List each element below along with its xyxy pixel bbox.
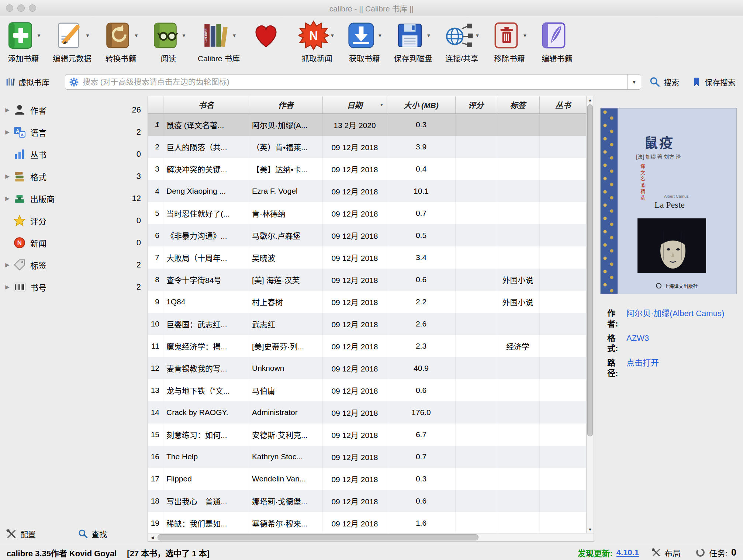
book-row[interactable]: 18 写出我心 普通... 娜塔莉·戈德堡... 09 12月 2018 0.6 xyxy=(148,490,586,512)
column-header-author[interactable]: 作者 xyxy=(249,96,323,113)
zoom-window-button[interactable] xyxy=(29,4,36,12)
book-row[interactable]: 1 鼠疫 (译文名著... 阿尔贝·加缪(A... 13 2月 2020 0.3 xyxy=(148,114,586,136)
book-row[interactable]: 19 稀缺：我们是如... 塞德希尔·穆来... 09 12月 2018 1.6 xyxy=(148,512,586,534)
book-row[interactable]: 7 大败局（十周年... 吴晓波 09 12月 2018 3.4 xyxy=(148,246,586,269)
detail-field-value-link[interactable]: 阿尔贝·加缪(Albert Camus) xyxy=(626,308,724,329)
dropdown-arrow-icon[interactable]: ▼ xyxy=(182,33,187,38)
book-size: 2.6 xyxy=(387,313,456,335)
detail-field-value-link[interactable]: AZW3 xyxy=(626,333,649,353)
sidebar-item[interactable]: ▶ 新闻 0 xyxy=(0,232,148,254)
book-rating xyxy=(456,335,496,357)
toolbar-item[interactable]: ▼ 编辑元数据 xyxy=(53,19,91,63)
horizontal-scrollbar-thumb[interactable] xyxy=(158,534,478,540)
dropdown-arrow-icon[interactable]: ▼ xyxy=(377,33,383,38)
expander-icon[interactable]: ▶ xyxy=(3,107,12,113)
sidebar-item[interactable]: ▶ 语言 2 xyxy=(0,121,148,143)
toolbar-item[interactable]: ▼ xyxy=(251,19,287,52)
dropdown-arrow-icon[interactable]: ▼ xyxy=(426,33,431,38)
find-button[interactable]: 查找 xyxy=(78,528,107,539)
scroll-down-icon[interactable]: ▼ xyxy=(587,526,594,533)
dropdown-arrow-icon[interactable]: ▼ xyxy=(232,33,237,38)
vertical-scrollbar-thumb[interactable] xyxy=(587,104,593,436)
sidebar-item[interactable]: ▶ 作者 26 xyxy=(0,99,148,121)
expander-icon[interactable]: ▶ xyxy=(3,195,12,202)
toolbar-item[interactable]: ▼ 移除书籍 xyxy=(491,19,528,63)
book-row[interactable]: 9 1Q84 村上春树 09 12月 2018 2.2 外国小说 xyxy=(148,291,586,313)
expander-icon[interactable]: ▶ xyxy=(3,129,12,135)
selection-text: [27 本书，选中了 1 本] xyxy=(127,547,210,559)
scroll-right-icon[interactable]: ▶ xyxy=(585,533,593,550)
book-row[interactable]: 14 Crack by RAOGY. Administrator 09 12月 … xyxy=(148,401,586,424)
book-row[interactable]: 11 魔鬼经济学：揭... [美]史蒂芬·列... 09 12月 2018 2.… xyxy=(148,335,586,357)
book-row[interactable]: 2 巨人的陨落（共... （英）肯•福莱... 09 12月 2018 3.9 xyxy=(148,136,586,158)
virtual-library-button[interactable]: 虚拟书库 xyxy=(6,76,49,87)
column-header-title[interactable]: 书名 xyxy=(163,96,249,113)
horizontal-scrollbar[interactable]: ◀ ▶ xyxy=(148,533,594,541)
toolbar-item[interactable]: ▼ 阅读 xyxy=(150,19,187,63)
book-row[interactable]: 15 刻意练习：如何... 安德斯·艾利克... 09 12月 2018 6.7 xyxy=(148,424,586,446)
book-row[interactable]: 8 查令十字街84号 [美] 海莲·汉芙 09 12月 2018 0.6 外国小… xyxy=(148,269,586,291)
dropdown-arrow-icon[interactable]: ▼ xyxy=(85,33,90,38)
vertical-scrollbar[interactable]: ▲ ▼ xyxy=(586,96,594,533)
dropdown-arrow-icon[interactable]: ▼ xyxy=(522,33,528,38)
minimize-window-button[interactable] xyxy=(17,4,25,12)
dropdown-arrow-icon[interactable]: ▼ xyxy=(475,33,480,38)
sidebar-item[interactable]: ▶ 丛书 0 xyxy=(0,143,148,165)
layout-button[interactable]: 布局 xyxy=(652,547,681,559)
toolbar-item[interactable]: ▼ 添加书籍 xyxy=(5,19,42,63)
column-header-series[interactable]: 丛书 xyxy=(540,96,586,113)
book-row[interactable]: 3 解决冲突的关键... 【美】达纳•卡... 09 12月 2018 0.4 xyxy=(148,158,586,180)
save-search-button[interactable]: 保存搜索 xyxy=(692,76,736,87)
sidebar-item[interactable]: ▶ 标签 2 xyxy=(0,254,148,276)
close-window-button[interactable] xyxy=(6,4,13,12)
virtual-library-label: 虚拟书库 xyxy=(18,76,49,87)
scroll-up-icon[interactable]: ▲ xyxy=(587,96,594,104)
book-date: 09 12月 2018 xyxy=(323,313,387,335)
book-row[interactable]: 5 当时忍住就好了(... 肯·林德纳 09 12月 2018 0.7 xyxy=(148,202,586,224)
expander-icon[interactable]: ▶ xyxy=(3,262,12,268)
search-button[interactable]: 搜索 xyxy=(649,76,679,87)
book-row[interactable]: 17 Flipped Wendelin Van... 09 12月 2018 0… xyxy=(148,468,586,490)
scroll-left-icon[interactable]: ◀ xyxy=(149,533,156,541)
toolbar-item[interactable]: ▼ 编辑书籍 xyxy=(539,19,575,63)
sidebar-item[interactable]: ▶ 格式 3 xyxy=(0,165,148,187)
toolbar-item[interactable]: ▼ 转换书籍 xyxy=(103,19,139,63)
sidebar-item[interactable]: ▶ 书号 2 xyxy=(0,276,148,298)
jobs-button[interactable]: 任务: 0 xyxy=(695,547,736,559)
book-row[interactable]: 4 Deng Xiaoping ... Ezra F. Vogel 09 12月… xyxy=(148,180,586,202)
expander-icon[interactable]: ▶ xyxy=(3,173,12,180)
sidebar-item[interactable]: ▶ 出版商 12 xyxy=(0,187,148,210)
toolbar-item[interactable]: ▼ 保存到磁盘 xyxy=(394,19,432,63)
column-header-size[interactable]: 大小 (MB) xyxy=(387,96,456,113)
configure-button[interactable]: 配置 xyxy=(6,528,36,539)
search-input[interactable] xyxy=(82,77,627,87)
book-row[interactable]: 6 《非暴力沟通》... 马歇尔.卢森堡 09 12月 2018 0.5 xyxy=(148,224,586,246)
toolbar-item[interactable]: ▼ 获取书籍 xyxy=(346,19,383,63)
find-icon xyxy=(78,529,88,539)
dropdown-arrow-icon[interactable]: ▼ xyxy=(134,33,139,38)
book-row[interactable]: 16 The Help Kathryn Stoc... 09 12月 2018 … xyxy=(148,446,586,468)
book-author: Unknown xyxy=(249,357,323,379)
sidebar-item[interactable]: ▶ 评分 0 xyxy=(0,210,148,232)
dropdown-arrow-icon[interactable]: ▼ xyxy=(330,33,335,38)
book-row[interactable]: 13 龙与地下铁（“文... 马伯庸 09 12月 2018 0.6 xyxy=(148,379,586,401)
dropdown-arrow-icon[interactable]: ▼ xyxy=(37,33,42,38)
expander-icon[interactable]: ▶ xyxy=(3,284,12,290)
update-version-link[interactable]: 4.10.1 xyxy=(616,548,639,557)
book-row[interactable]: 10 巨婴国：武志红... 武志红 09 12月 2018 2.6 xyxy=(148,313,586,335)
search-history-dropdown[interactable]: ▼ xyxy=(627,75,641,89)
column-header-tags[interactable]: 标签 xyxy=(496,96,540,113)
book-title: 鼠疫 (译文名著... xyxy=(163,114,249,136)
book-author: （英）肯•福莱... xyxy=(249,136,323,158)
book-cover[interactable]: 鼠疫 [法] 加缪 著 刘方 译 译文名著精选 Albert Camus La … xyxy=(601,108,736,294)
toolbar-item[interactable]: ▼ 抓取新闻 xyxy=(298,19,335,63)
toolbar-item[interactable]: ▼ 连接/共享 xyxy=(443,19,480,63)
detail-field-value-link[interactable]: 点击打开 xyxy=(626,358,659,378)
cover-title: 鼠疫 xyxy=(644,132,674,152)
gear-icon[interactable] xyxy=(69,77,79,87)
column-header-rating[interactable]: 评分 xyxy=(456,96,496,113)
column-header-date[interactable]: 日期▼ xyxy=(323,96,387,113)
book-row[interactable]: 12 麦肯锡教我的写... Unknown 09 12月 2018 40.9 xyxy=(148,357,586,379)
book-series xyxy=(540,379,586,401)
toolbar-item[interactable]: ▼ Calibre 书库 xyxy=(198,19,240,63)
